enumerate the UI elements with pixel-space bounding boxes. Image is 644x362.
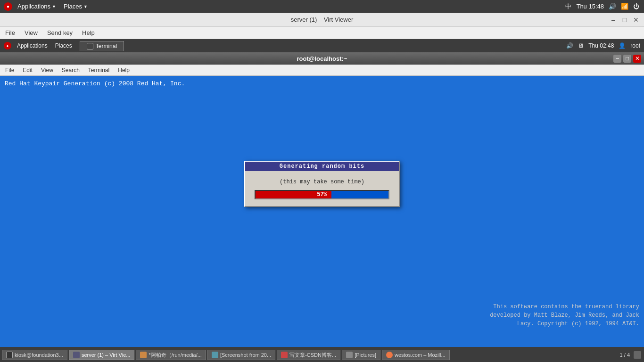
terminal-edit-menu[interactable]: Edit — [20, 66, 35, 74]
terminal-tab[interactable]: Terminal — [80, 41, 124, 51]
virt-close-button[interactable]: ✕ — [632, 16, 640, 24]
host-taskbar-item-3[interactable]: [Screenshot from 20... — [207, 350, 275, 360]
terminal-body[interactable]: Red Hat Keypair Generation (c) 2008 Red … — [0, 76, 644, 347]
taskbar-icon-6 — [386, 352, 393, 358]
progress-dialog: Generating random bits (this may take so… — [244, 161, 400, 207]
virt-minimize-button[interactable]: – — [609, 16, 618, 24]
host-taskbar-item-5[interactable]: [Pictures] — [342, 350, 380, 360]
host-time: Thu 15:48 — [576, 3, 604, 10]
terminal-help-menu[interactable]: Help — [116, 66, 132, 74]
virt-window-title: server (1) – Virt Viewer — [291, 16, 353, 23]
vm-screen: ● Applications Places Terminal 🔊 🖥 Thu 0… — [0, 39, 644, 362]
network-icon[interactable]: 📶 — [621, 3, 628, 10]
virt-viewer-window: server (1) – Virt Viewer – □ ✕ File View… — [0, 13, 644, 362]
terminal-maximize-button[interactable]: □ — [623, 55, 631, 63]
guest-places-menu[interactable]: Places — [53, 41, 74, 50]
host-taskbar-item-1[interactable]: server (1) – Virt Vie... — [69, 350, 135, 360]
virt-menubar: File View Send key Help — [0, 27, 644, 39]
speaker-icon[interactable]: 🔊 — [609, 3, 616, 10]
progress-bar: 57% — [255, 190, 389, 199]
guest-topbar: ● Applications Places Terminal 🔊 🖥 Thu 0… — [0, 39, 644, 52]
terminal-view-menu[interactable]: View — [39, 66, 56, 74]
taskbar-icon-3 — [212, 352, 218, 358]
host-taskbar-item-4[interactable]: 写文章-CSDN博客... — [277, 350, 340, 360]
host-pager[interactable]: 1 / 4 — [620, 352, 630, 358]
terminal-tab-icon — [87, 43, 93, 49]
terminal-minimize-button[interactable]: – — [613, 55, 621, 63]
guest-speaker-icon[interactable]: 🔊 — [566, 42, 573, 49]
host-places-menu[interactable]: Places ▼ — [61, 2, 90, 11]
progress-label: 57% — [317, 191, 327, 198]
terminal-menubar: File Edit View Search Terminal Help — [0, 65, 644, 76]
guest-screen-icon[interactable]: 🖥 — [578, 42, 584, 49]
taskbar-icon-5 — [346, 352, 353, 358]
taskbar-icon-1 — [73, 352, 80, 358]
guest-user-icon: 👤 — [619, 42, 626, 49]
host-applications-menu[interactable]: Applications ▼ — [15, 2, 58, 11]
host-workspace-icon[interactable] — [634, 351, 641, 359]
guest-user-label: root — [630, 42, 640, 49]
host-logo-icon: ● — [4, 2, 12, 11]
taskbar-icon-4 — [281, 352, 288, 358]
host-lang-indicator[interactable]: 中 — [565, 2, 571, 11]
guest-applications-menu[interactable]: Applications — [15, 41, 50, 50]
host-taskbar: kiosk@foundation3... server (1) – Virt V… — [0, 348, 644, 362]
terminal-titlebar: root@localhost:~ – □ ✕ — [0, 52, 644, 65]
chevron-down-icon: ▼ — [83, 4, 88, 9]
terminal-bottom-text: This software contains the truerand libr… — [490, 303, 639, 328]
guest-logo-icon: ● — [4, 42, 11, 49]
taskbar-icon-0 — [6, 352, 13, 358]
terminal-file-menu[interactable]: File — [3, 66, 17, 74]
host-taskbar-item-6[interactable]: westos.com – Mozill... — [382, 350, 450, 360]
progress-remaining — [331, 191, 388, 198]
progress-dialog-title: Generating random bits — [245, 162, 399, 171]
virt-view-menu[interactable]: View — [22, 28, 40, 37]
virt-file-menu[interactable]: File — [3, 28, 17, 37]
virt-titlebar: server (1) – Virt Viewer – □ ✕ — [0, 13, 644, 27]
taskbar-icon-2 — [140, 352, 147, 358]
virt-sendkey-menu[interactable]: Send key — [45, 28, 75, 37]
terminal-line-1: Red Hat Keypair Generation (c) 2008 Red … — [5, 80, 639, 88]
power-icon[interactable]: ⏻ — [633, 3, 639, 10]
host-taskbar-item-2[interactable]: *阿帕奇（/run/media/... — [136, 350, 206, 360]
host-topbar: ● Applications ▼ Places ▼ 中 Thu 15:48 🔊 … — [0, 0, 644, 13]
chevron-down-icon: ▼ — [52, 4, 56, 9]
virt-maximize-button[interactable]: □ — [620, 16, 629, 24]
guest-time: Thu 02:48 — [588, 42, 614, 49]
progress-dialog-message: (this may take some time) — [280, 179, 364, 185]
terminal-terminal-menu[interactable]: Terminal — [86, 66, 112, 74]
virt-help-menu[interactable]: Help — [80, 28, 97, 37]
host-taskbar-item-0[interactable]: kiosk@foundation3... — [2, 350, 67, 360]
terminal-window: root@localhost:~ – □ ✕ File Edit View Se… — [0, 52, 644, 362]
terminal-search-menu[interactable]: Search — [59, 66, 82, 74]
terminal-close-button[interactable]: ✕ — [633, 55, 641, 63]
terminal-title: root@localhost:~ — [297, 55, 347, 62]
